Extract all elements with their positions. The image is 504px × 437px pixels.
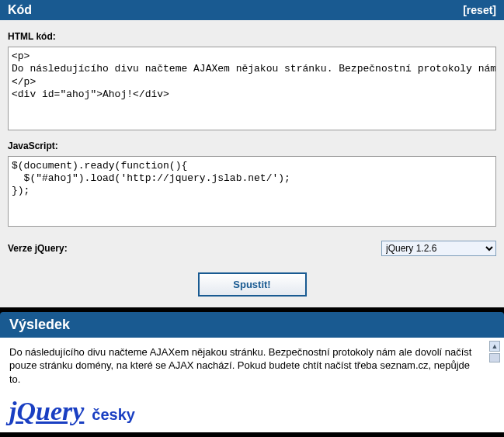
version-row: Verze jQuery: jQuery 1.2.6 [8,238,496,258]
html-code-label: HTML kód: [8,31,496,42]
jquery-logo-subtitle: česky [92,406,135,424]
scroll-thumb[interactable] [489,353,500,362]
run-button[interactable]: Spustit! [198,272,307,297]
version-label: Verze jQuery: [8,243,68,254]
html-code-textarea[interactable] [8,47,496,130]
js-code-label: JavaScript: [8,140,496,151]
code-panel-body: HTML kód: JavaScript: Verze jQuery: jQue… [0,20,504,307]
run-button-row: Spustit! [8,272,496,297]
scroll-up-icon[interactable]: ▲ [489,341,500,352]
code-panel-header: Kód [reset] [0,0,504,20]
reset-link[interactable]: [reset] [463,4,496,16]
result-panel-body: ▲ Do následujícího divu načteme AJAXem n… [0,338,504,433]
jquery-version-select[interactable]: jQuery 1.2.6 [381,241,496,256]
js-code-textarea[interactable] [8,156,496,227]
loaded-logo: jQuery česky [9,397,495,426]
result-paragraph: Do následujícího divu načteme AJAXem něj… [9,345,475,387]
jquery-logo-link[interactable]: jQuery [9,397,84,426]
code-panel: Kód [reset] HTML kód: JavaScript: Verze … [0,0,504,307]
code-panel-title: Kód [8,3,32,17]
result-panel-title: Výsledek [0,312,504,338]
result-panel: Výsledek ▲ Do následujícího divu načteme… [0,312,504,433]
scrollbar[interactable]: ▲ [488,341,501,362]
